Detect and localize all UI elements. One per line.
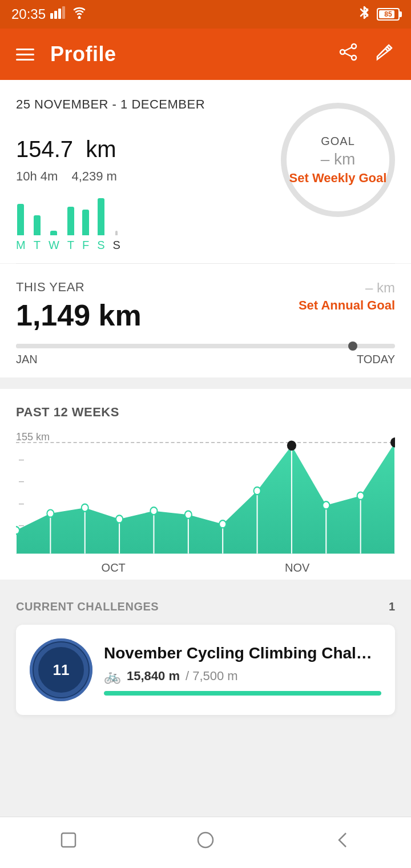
past12-title: PAST 12 WEEKS	[16, 405, 395, 420]
challenges-header: CURRENT CHALLENGES 1	[16, 600, 395, 613]
svg-rect-3	[62, 6, 65, 19]
menu-button[interactable]	[16, 49, 34, 61]
svg-rect-1	[54, 11, 57, 19]
day-label: W	[49, 239, 59, 252]
year-label: THIS YEAR	[16, 280, 142, 295]
bottom-spacer	[0, 729, 411, 780]
bottom-nav	[0, 817, 411, 868]
svg-point-33	[357, 492, 364, 500]
svg-point-4	[78, 17, 81, 19]
challenges-count: 1	[389, 600, 395, 613]
activity-bar	[82, 210, 89, 235]
activity-bar	[98, 198, 104, 235]
header-right	[338, 42, 395, 67]
day-label: F	[82, 239, 89, 252]
set-annual-goal-button[interactable]: Set Annual Goal	[299, 298, 395, 313]
svg-point-40	[198, 833, 213, 847]
chart-y-label: 155 km	[16, 431, 50, 443]
svg-point-7	[352, 55, 356, 60]
svg-point-32	[323, 501, 329, 509]
challenge-icon: 11	[30, 638, 92, 701]
weekly-distance: 154.7 km	[16, 119, 281, 164]
day-label: S	[97, 239, 104, 252]
day-label: T	[67, 239, 74, 252]
activity-bar	[34, 215, 41, 235]
svg-text:–: –	[19, 453, 25, 465]
progress-marker	[348, 341, 357, 351]
svg-line-9	[345, 53, 352, 57]
progress-labels: JAN TODAY	[16, 353, 395, 366]
app-header: Profile	[0, 29, 411, 80]
bike-icon: 🚲	[104, 668, 121, 684]
year-distance: 1,149 km	[16, 298, 142, 332]
day-bar-container: W	[49, 195, 59, 252]
day-bar-container: S	[97, 195, 104, 252]
svg-text:–: –	[19, 520, 25, 531]
svg-point-31	[287, 441, 296, 451]
activity-bar	[50, 231, 57, 235]
bluetooth-icon	[358, 6, 370, 23]
edit-icon[interactable]	[374, 42, 395, 67]
year-goal: – km Set Annual Goal	[299, 280, 395, 313]
day-label: T	[34, 239, 41, 252]
bar-wrap	[82, 195, 89, 235]
challenge-stats: 🚲 15,840 m / 7,500 m	[104, 668, 381, 684]
day-bar-container: T	[67, 195, 74, 252]
chart-month-oct: OCT	[102, 561, 126, 574]
challenge-name: November Cycling Climbing Chal…	[104, 644, 381, 662]
nav-square-icon[interactable]	[58, 830, 79, 855]
status-bar: 20:35 85	[0, 0, 411, 29]
weekly-section: 25 NOVEMBER - 1 DECEMBER 154.7 km 10h 4m…	[0, 80, 411, 263]
svg-point-25	[82, 504, 88, 512]
signal-icon	[50, 6, 66, 22]
bar-wrap	[98, 195, 104, 235]
progress-fill	[16, 344, 357, 348]
section-gap	[0, 377, 411, 383]
share-icon[interactable]	[338, 42, 358, 67]
progress-end: TODAY	[357, 353, 395, 366]
year-info: THIS YEAR 1,149 km	[16, 280, 142, 332]
date-range: 25 NOVEMBER - 1 DECEMBER	[16, 97, 281, 112]
svg-text:–: –	[19, 497, 25, 509]
day-label: S	[113, 239, 120, 252]
svg-line-8	[345, 47, 352, 51]
bar-wrap	[34, 195, 41, 235]
header-left: Profile	[16, 42, 116, 66]
goal-value: – km	[321, 150, 356, 168]
progress-start: JAN	[16, 353, 38, 366]
wifi-icon	[71, 6, 88, 22]
past12-section: PAST 12 WEEKS 155 km	[0, 389, 411, 580]
day-bar-container: M	[16, 195, 26, 252]
svg-point-6	[340, 50, 345, 54]
challenge-number: 11	[53, 661, 70, 679]
year-top: THIS YEAR 1,149 km – km Set Annual Goal	[16, 280, 395, 332]
svg-rect-2	[58, 9, 61, 19]
svg-point-27	[150, 507, 157, 515]
challenge-info: November Cycling Climbing Chal… 🚲 15,840…	[104, 644, 381, 696]
status-right: 85	[358, 6, 400, 23]
svg-point-28	[185, 511, 192, 519]
year-progress-bar	[16, 344, 395, 348]
chart-labels: OCT NOV	[16, 561, 395, 574]
challenge-progress-bar	[104, 691, 381, 696]
challenge-progress-fill	[104, 691, 381, 696]
svg-text:–: –	[19, 476, 25, 487]
challenges-title: CURRENT CHALLENGES	[16, 600, 159, 613]
year-section: THIS YEAR 1,149 km – km Set Annual Goal …	[0, 264, 411, 377]
set-weekly-goal-button[interactable]: Set Weekly Goal	[289, 171, 387, 186]
challenge-card[interactable]: 11 November Cycling Climbing Chal… 🚲 15,…	[16, 625, 395, 715]
time: 20:35	[11, 6, 46, 22]
weekly-elevation: 4,239 m	[71, 169, 117, 184]
chart-month-nov: NOV	[285, 561, 309, 574]
nav-back-icon[interactable]	[332, 830, 353, 855]
activity-bar	[17, 204, 24, 235]
goal-label: GOAL	[321, 135, 355, 148]
weekly-left: 25 NOVEMBER - 1 DECEMBER 154.7 km 10h 4m…	[16, 97, 281, 252]
svg-rect-0	[50, 13, 53, 19]
weekly-stats: 10h 4m 4,239 m	[16, 169, 281, 184]
bar-wrap	[115, 195, 118, 235]
nav-circle-icon[interactable]	[195, 830, 216, 855]
weekly-duration: 10h 4m	[16, 169, 58, 184]
past12-chart: – – – –	[16, 431, 395, 557]
bar-wrap	[17, 195, 24, 235]
